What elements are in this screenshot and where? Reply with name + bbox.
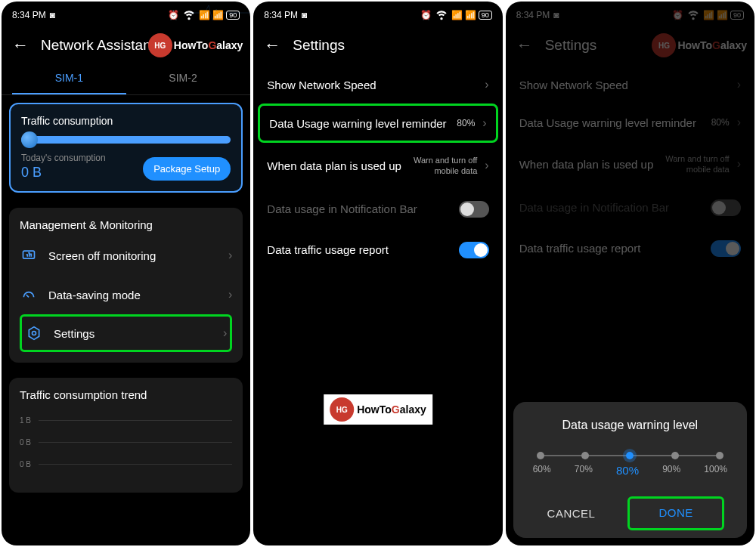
traffic-progress-bar[interactable] — [21, 136, 231, 144]
today-consumption-label: Today's consumption — [21, 153, 106, 163]
settings-row[interactable]: Settings › — [20, 314, 232, 352]
chevron-right-icon: › — [737, 157, 741, 171]
status-time: 8:34 PM — [264, 10, 298, 20]
back-arrow-icon[interactable]: ← — [264, 36, 280, 55]
traffic-report-row[interactable]: Data traffic usage report — [253, 230, 502, 270]
screen-off-monitoring-row[interactable]: Screen off monitoring › — [20, 236, 232, 275]
trend-title: Traffic consumption trend — [20, 388, 232, 401]
data-saving-mode-row[interactable]: Data-saving mode › — [20, 275, 232, 314]
status-time: 8:34 PM — [12, 10, 46, 20]
notification-bar-row[interactable]: Data usage in Notification Bar — [253, 189, 502, 230]
data-plan-used-up-row[interactable]: When data plan is used up Warn and turn … — [253, 143, 502, 189]
wifi-icon — [434, 6, 449, 23]
camera-icon: ◙ — [50, 10, 55, 20]
warning-level-dialog: Data usage warning level 60% 70% 80% 90%… — [513, 402, 747, 538]
notification-bar-toggle — [711, 199, 741, 216]
data-usage-warning-row[interactable]: Data Usage warning level reminder 80% › — [258, 104, 497, 143]
alarm-icon: ⏰ — [672, 10, 683, 20]
trend-tick: 0 B — [20, 438, 31, 447]
dialog-backdrop: Data usage warning level 60% 70% 80% 90%… — [513, 402, 747, 538]
chevron-right-icon: › — [482, 116, 486, 130]
alarm-icon: ⏰ — [420, 10, 432, 20]
management-card: Management & Monitoring Screen off monit… — [9, 208, 243, 363]
chevron-right-icon: › — [228, 249, 232, 262]
monitor-icon — [20, 246, 38, 264]
page-title: Network Assistant — [41, 37, 155, 54]
today-consumption-value: 0 B — [21, 165, 106, 181]
wifi-icon — [686, 6, 701, 23]
battery-icon: 90 — [479, 11, 492, 20]
sim-tabs: SIM-1 SIM-2 — [2, 63, 250, 95]
back-arrow-icon[interactable]: ← — [12, 36, 29, 55]
chevron-right-icon: › — [737, 116, 741, 129]
traffic-title: Traffic consumption — [21, 115, 231, 127]
signal-icon-2: 📶 — [717, 10, 728, 20]
screen-network-assistant: 8:34 PM ◙ ⏰ 📶 📶 90 ← Network Assistant H… — [2, 2, 250, 545]
signal-icon: 📶 — [451, 10, 463, 20]
data-usage-warning-row: Data Usage warning level reminder 80% › — [506, 104, 754, 141]
slider-labels: 60% 70% 80% 90% 100% — [533, 464, 727, 477]
status-bar: 8:34 PM ◙ ⏰ 📶 📶 90 — [506, 2, 754, 28]
traffic-report-row: Data traffic usage report — [506, 228, 754, 269]
svg-marker-2 — [29, 327, 39, 340]
warning-level-value: 80% — [711, 117, 730, 128]
back-arrow-icon: ← — [516, 36, 533, 55]
watermark-logo: HG HowToGalaxy — [148, 33, 243, 57]
chevron-right-icon: › — [485, 78, 488, 91]
status-time: 8:34 PM — [516, 10, 550, 20]
battery-icon: 90 — [730, 11, 744, 20]
data-plan-value: Warn and turn offmobile data — [665, 153, 729, 175]
status-bar: 8:34 PM ◙ ⏰ 📶 📶 90 — [253, 2, 502, 28]
signal-icon: 📶 — [703, 10, 714, 20]
alarm-icon: ⏰ — [168, 10, 179, 20]
screen-settings-dialog: 8:34 PM ◙ ⏰ 📶 📶 90 ← Settings HG HowToGa… — [506, 2, 754, 545]
traffic-consumption-card: Traffic consumption Today's consumption … — [9, 103, 243, 193]
gear-icon — [25, 324, 43, 342]
package-setup-button[interactable]: Package Setup — [143, 157, 231, 181]
management-title: Management & Monitoring — [20, 218, 232, 231]
app-header: ← Network Assistant HG HowToGalaxy — [2, 28, 250, 63]
trend-card: Traffic consumption trend 1 B 0 B 0 B — [9, 378, 243, 493]
logo-badge-icon: HG — [330, 397, 354, 422]
svg-point-3 — [33, 332, 36, 335]
chevron-right-icon: › — [485, 159, 488, 172]
show-network-speed-row: Show Network Speed › — [506, 66, 754, 104]
logo-badge-icon: HG — [148, 33, 172, 57]
screen-settings: 8:34 PM ◙ ⏰ 📶 📶 90 ← Settings Show Netwo… — [253, 2, 502, 545]
watermark-logo: HG HowToGalaxy — [324, 394, 432, 425]
dialog-title: Data usage warning level — [525, 419, 735, 432]
slider-dot-80[interactable] — [623, 449, 637, 462]
slider-dot-90[interactable] — [671, 452, 679, 459]
logo-badge-icon: HG — [652, 33, 676, 57]
camera-icon: ◙ — [553, 10, 559, 20]
show-network-speed-row[interactable]: Show Network Speed › — [253, 66, 502, 104]
trend-tick: 1 B — [20, 416, 31, 425]
progress-knob-icon — [21, 131, 38, 148]
traffic-report-toggle — [711, 240, 741, 257]
trend-tick: 0 B — [20, 460, 31, 468]
app-header: ← Settings HG HowToGalaxy — [506, 28, 754, 63]
warning-level-slider[interactable] — [541, 455, 720, 456]
cancel-button[interactable]: CANCEL — [525, 496, 618, 530]
tab-sim1[interactable]: SIM-1 — [12, 63, 126, 94]
notification-bar-toggle[interactable] — [459, 201, 489, 218]
page-title: Settings — [545, 37, 597, 54]
chevron-right-icon: › — [228, 288, 232, 301]
notification-bar-row: Data usage in Notification Bar — [506, 187, 754, 228]
dial-icon — [20, 286, 38, 304]
svg-line-1 — [26, 295, 29, 297]
signal-icon-2: 📶 — [465, 10, 476, 20]
slider-dot-60[interactable] — [537, 452, 544, 459]
done-button[interactable]: DONE — [627, 496, 724, 530]
camera-icon: ◙ — [302, 10, 307, 20]
chevron-right-icon: › — [223, 326, 227, 340]
data-plan-value: Warn and turn offmobile data — [414, 155, 477, 177]
page-title: Settings — [293, 37, 345, 54]
traffic-report-toggle[interactable] — [459, 242, 489, 258]
tab-sim2[interactable]: SIM-2 — [126, 63, 240, 94]
slider-dot-70[interactable] — [581, 452, 589, 459]
slider-dot-100[interactable] — [716, 452, 723, 459]
watermark-logo: HG HowToGalaxy — [652, 33, 747, 57]
data-plan-used-up-row: When data plan is used up Warn and turn … — [506, 141, 754, 187]
app-header: ← Settings — [253, 28, 502, 63]
